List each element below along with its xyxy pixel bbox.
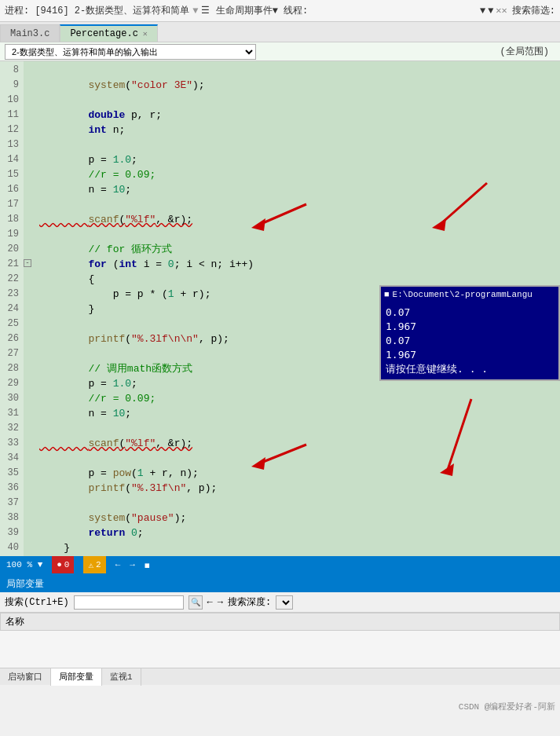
nav-end[interactable]: ◼ xyxy=(145,560,150,570)
lifecycle-dropdown-icon[interactable]: ▼ xyxy=(273,5,278,16)
toolbar-sep1: ▼ xyxy=(192,5,198,16)
line-numbers: 8910111213141516171819202122232425262728… xyxy=(0,61,24,556)
tab-percentage[interactable]: Percentage.c ✕ xyxy=(60,24,157,42)
tab-percentage-label: Percentage.c xyxy=(70,28,137,39)
line-number: 24 xyxy=(0,302,19,317)
code-line: system("pause"); xyxy=(39,511,560,525)
line-number: 35 xyxy=(0,466,19,481)
code-line: return 0; xyxy=(39,525,560,540)
code-line: //r = 0.09; xyxy=(39,167,560,182)
bottom-tab[interactable]: 局部变量 xyxy=(51,668,102,686)
code-line: //r = 0.09; xyxy=(39,391,560,406)
line-number: 12 xyxy=(0,123,19,137)
code-line xyxy=(39,63,560,78)
line-number: 13 xyxy=(0,137,19,152)
thread-label: 线程: xyxy=(284,4,308,17)
warning-icon: ⚠ xyxy=(88,560,93,570)
error-icon: ● xyxy=(57,560,62,569)
console-line: 0.07 xyxy=(386,334,554,348)
bottom-tabs: 启动窗口局部变量监视1 xyxy=(0,668,560,685)
line-number: 32 xyxy=(0,421,19,436)
nav-back[interactable]: ← xyxy=(115,560,121,569)
line-number: 40 xyxy=(0,540,19,555)
search-input[interactable] xyxy=(74,595,184,610)
process-value: [9416] 2-数据类型、运算符和简单 xyxy=(35,4,189,17)
line-number: 16 xyxy=(0,182,19,197)
process-label: 进程: xyxy=(5,4,29,17)
nav-forward-search[interactable]: → xyxy=(218,597,223,608)
code-line: n = 10; xyxy=(39,406,560,421)
line-number: 17 xyxy=(0,197,19,212)
tab-percentage-close[interactable]: ✕ xyxy=(143,29,148,38)
tab-main3c[interactable]: Main3.c xyxy=(0,24,60,42)
tab-bar: Main3.c Percentage.c ✕ xyxy=(0,22,560,42)
code-line: n = 10; xyxy=(39,182,560,197)
gutter: - xyxy=(24,61,36,556)
toolbar: 进程: [9416] 2-数据类型、运算符和简单 ▼ ☰ 生命周期事件 ▼ 线程… xyxy=(0,0,560,22)
code-line xyxy=(39,227,560,242)
code-line xyxy=(39,421,560,436)
line-number: 10 xyxy=(0,93,19,108)
code-line xyxy=(39,93,560,108)
zoom-level: 100 % ▼ xyxy=(6,560,42,569)
line-number: 22 xyxy=(0,272,19,287)
line-number: 18 xyxy=(0,212,19,227)
status-errors: ● 0 xyxy=(52,556,74,573)
breadcrumb-bar: 2-数据类型、运算符和简单的输入输出 (全局范围) xyxy=(0,42,560,61)
search-label: 搜索(Ctrl+E) xyxy=(5,595,69,609)
line-number: 38 xyxy=(0,511,19,525)
locals-header: 局部变量 xyxy=(0,575,560,592)
nav-back-search[interactable]: ← xyxy=(207,597,213,608)
search-bar: 搜索(Ctrl+E) 🔍 ← → 搜索深度: xyxy=(0,592,560,613)
search-depth-select[interactable] xyxy=(276,595,293,610)
bottom-tab[interactable]: 监视1 xyxy=(102,668,141,686)
editor-area: 8910111213141516171819202122232425262728… xyxy=(0,61,560,556)
code-line xyxy=(39,496,560,511)
code-line: p = 1.0; xyxy=(39,152,560,167)
filter-icon1: ▼ xyxy=(480,5,485,16)
status-warnings: ⚠ 2 xyxy=(83,556,105,573)
zoom-dropdown-icon[interactable]: ▼ xyxy=(38,560,43,569)
nav-forward[interactable]: → xyxy=(130,560,135,569)
line-number: 33 xyxy=(0,436,19,451)
warning-count: 2 xyxy=(96,560,101,569)
code-line xyxy=(39,555,560,556)
error-count: 0 xyxy=(64,560,70,569)
search-btn[interactable]: 🔍 xyxy=(188,595,203,610)
filter-icon2: ▼ xyxy=(488,5,493,16)
zoom-value: 100 % xyxy=(6,560,32,569)
search-depth-label: 搜索深度: xyxy=(228,595,271,609)
code-line xyxy=(39,451,560,466)
line-number: 19 xyxy=(0,227,19,242)
locals-table: 名称 xyxy=(0,613,560,631)
line-number: 27 xyxy=(0,346,19,361)
code-line: printf("%.3lf\n", p); xyxy=(39,481,560,496)
status-bar: 100 % ▼ ● 0 ⚠ 2 ← → ◼ xyxy=(0,556,560,573)
line-number: 41 xyxy=(0,555,19,556)
line-number: 26 xyxy=(0,331,19,346)
code-line: int n; xyxy=(39,123,560,137)
code-line: for (int i = 0; i < n; i++) xyxy=(39,257,560,272)
watermark: CSDN @编程爱好者-阿新 xyxy=(459,701,555,712)
line-number: 9 xyxy=(0,78,19,93)
line-number: 15 xyxy=(0,167,19,182)
lifecycle-icon: ☰ xyxy=(201,5,210,16)
console-line: 1.967 xyxy=(386,348,554,362)
line-number: 23 xyxy=(0,287,19,302)
collapse-marker[interactable]: - xyxy=(24,259,31,267)
line-number: 11 xyxy=(0,108,19,123)
console-body: 0.071.9670.071.967请按任意键继续. . . xyxy=(381,302,558,379)
console-title-icon: ■ xyxy=(384,290,390,299)
console-line: 请按任意键继续. . . xyxy=(386,362,554,376)
bottom-tab[interactable]: 启动窗口 xyxy=(0,668,51,686)
line-number: 31 xyxy=(0,406,19,421)
line-number: 14 xyxy=(0,152,19,167)
console-line: 1.967 xyxy=(386,320,554,334)
locals-title: 局部变量 xyxy=(6,577,44,591)
console-titlebar: ■ E:\Document\2-programmLangu xyxy=(381,287,558,302)
code-line: p = pow(1 + r, n); xyxy=(39,466,560,481)
code-line xyxy=(39,137,560,152)
code-line: } xyxy=(39,540,560,555)
line-number: 29 xyxy=(0,376,19,391)
breadcrumb-dropdown[interactable]: 2-数据类型、运算符和简单的输入输出 xyxy=(5,44,256,60)
